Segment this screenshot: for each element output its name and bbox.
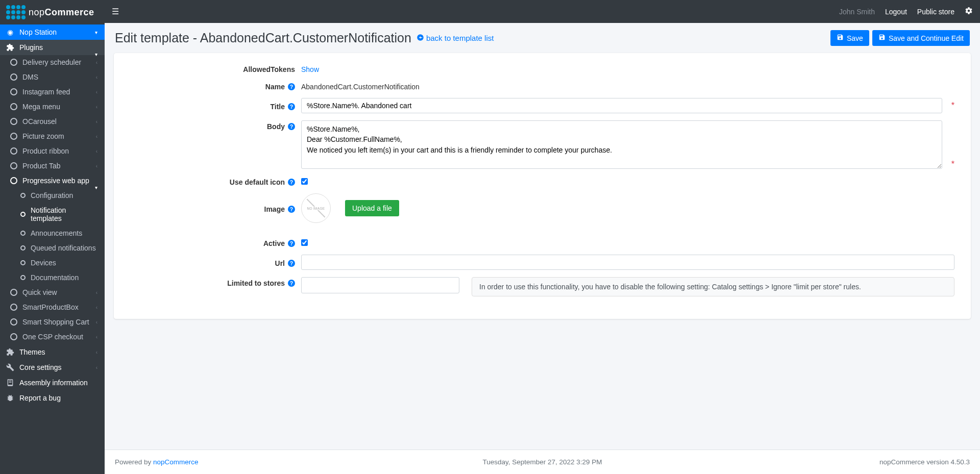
- circle-icon: [10, 73, 17, 81]
- sidebar-item-label: Instagram feed: [22, 88, 70, 96]
- sidebar-item-label: Mega menu: [22, 103, 60, 111]
- active-checkbox[interactable]: [301, 239, 308, 246]
- wrench-icon: [6, 363, 14, 371]
- circle-icon: [10, 88, 17, 95]
- sidebar-item-label: One CSP checkout: [22, 333, 83, 341]
- help-icon[interactable]: ?: [288, 179, 295, 186]
- chevron-left-icon: ‹: [96, 119, 97, 124]
- help-icon[interactable]: ?: [288, 280, 295, 287]
- back-link[interactable]: back to template list: [416, 34, 494, 43]
- sidebar-item-label: Assembly information: [19, 379, 88, 387]
- no-image-placeholder: NO IMAGE: [301, 193, 331, 223]
- circle-icon: [10, 177, 17, 184]
- circle-icon: [20, 193, 26, 198]
- chevron-left-icon: ‹: [96, 74, 97, 80]
- page-title: Edit template - AbandonedCart.CustomerNo…: [115, 31, 411, 45]
- sidebar-item[interactable]: One CSP checkout‹: [0, 330, 105, 344]
- sidebar-item[interactable]: Mega menu‹: [0, 99, 105, 114]
- sidebar-item-label: Notification templates: [31, 206, 99, 222]
- sidebar-child-item[interactable]: Devices: [0, 256, 105, 270]
- sidebar-item-assembly-info[interactable]: Assembly information: [0, 375, 105, 390]
- chevron-down-icon: ▾: [95, 30, 97, 35]
- circle-icon: [10, 147, 17, 155]
- footer-version: nopCommerce version 4.50.3: [879, 458, 970, 466]
- sidebar-item-themes[interactable]: Themes ‹: [0, 344, 105, 360]
- sidebar-item-plugins[interactable]: Plugins ▾: [0, 40, 105, 55]
- title-input[interactable]: [301, 98, 942, 113]
- circle-icon: [20, 245, 26, 251]
- sidebar-item-label: Nop Station: [19, 28, 57, 36]
- logo-icon: [6, 5, 26, 19]
- sidebar-item-label: Configuration: [31, 191, 73, 199]
- sidebar-item[interactable]: SmartProductBox‹: [0, 300, 105, 315]
- circle-icon: [10, 59, 17, 66]
- chevron-left-icon: ‹: [96, 134, 97, 139]
- sidebar-item[interactable]: Picture zoom‹: [0, 129, 105, 144]
- footer-timestamp: Tuesday, September 27, 2022 3:29 PM: [482, 458, 602, 466]
- required-star: *: [951, 101, 954, 110]
- upload-file-button[interactable]: Upload a file: [345, 200, 399, 216]
- sidebar-item-label: Plugins: [19, 43, 43, 52]
- nopcommerce-link[interactable]: nopCommerce: [153, 458, 199, 466]
- name-label: Name: [265, 83, 285, 91]
- help-icon[interactable]: ?: [288, 83, 295, 90]
- sidebar-child-item[interactable]: Announcements: [0, 226, 105, 241]
- limited-stores-select[interactable]: [301, 277, 459, 293]
- bug-icon: [6, 394, 14, 402]
- url-input[interactable]: [301, 255, 954, 270]
- sidebar-item-pwa[interactable]: Progressive web app ▾: [0, 173, 105, 188]
- body-textarea[interactable]: [301, 120, 942, 169]
- help-icon[interactable]: ?: [288, 103, 295, 110]
- sidebar-item-report-bug[interactable]: Report a bug: [0, 390, 105, 406]
- chevron-left-icon: ‹: [96, 148, 97, 154]
- sidebar-child-item[interactable]: Queued notifications: [0, 241, 105, 256]
- limited-label: Limited to stores: [227, 279, 285, 287]
- logout-link[interactable]: Logout: [885, 8, 907, 16]
- help-icon[interactable]: ?: [288, 260, 295, 267]
- sidebar-toggle-button[interactable]: ☰: [112, 7, 119, 16]
- sidebar-item-label: DMS: [22, 73, 38, 81]
- powered-by: Powered by nopCommerce: [115, 458, 199, 466]
- sidebar-item[interactable]: Smart Shopping Cart‹: [0, 315, 105, 330]
- arrow-left-circle-icon: [416, 34, 424, 43]
- sidebar: nopCommerce ◉ Nop Station ▾ Plugins ▾ De…: [0, 0, 105, 474]
- logo[interactable]: nopCommerce: [0, 0, 105, 24]
- use-default-icon-checkbox[interactable]: [301, 178, 308, 185]
- sidebar-item[interactable]: Product Tab‹: [0, 159, 105, 173]
- sidebar-item[interactable]: Delivery scheduler‹: [0, 55, 105, 70]
- sidebar-item-label: Announcements: [31, 229, 82, 237]
- public-store-link[interactable]: Public store: [917, 8, 954, 16]
- help-icon[interactable]: ?: [288, 123, 295, 130]
- sidebar-item-label: OCarousel: [22, 117, 57, 126]
- save-button[interactable]: Save: [830, 30, 869, 46]
- circle-icon: [20, 231, 26, 236]
- help-icon[interactable]: ?: [288, 206, 295, 213]
- circle-icon: [20, 260, 26, 265]
- puzzle-icon: [6, 43, 14, 52]
- sidebar-item-label: Quick view: [22, 288, 57, 296]
- chevron-left-icon: ‹: [96, 89, 97, 95]
- main: ☰ John Smith Logout Public store Edit te…: [105, 0, 980, 474]
- sidebar-item-core-settings[interactable]: Core settings ‹: [0, 360, 105, 375]
- image-label: Image: [264, 205, 285, 213]
- settings-button[interactable]: [965, 7, 973, 16]
- sidebar-child-item[interactable]: Configuration: [0, 188, 105, 203]
- sidebar-item[interactable]: Quick view‹: [0, 285, 105, 300]
- sidebar-child-item[interactable]: Notification templates: [0, 203, 105, 226]
- sidebar-item-label: Product ribbon: [22, 147, 69, 155]
- sidebar-child-item[interactable]: Documentation: [0, 270, 105, 285]
- sidebar-item-label: Progressive web app: [22, 177, 89, 185]
- save-continue-button[interactable]: Save and Continue Edit: [872, 30, 970, 46]
- circle-icon: [10, 133, 17, 140]
- sidebar-item[interactable]: Instagram feed‹: [0, 85, 105, 99]
- sidebar-item-label: Devices: [31, 259, 56, 267]
- sidebar-item-nop-station[interactable]: ◉ Nop Station ▾: [0, 24, 105, 40]
- sidebar-item[interactable]: OCarousel‹: [0, 114, 105, 129]
- help-icon[interactable]: ?: [288, 240, 295, 247]
- circle-dot-icon: ◉: [6, 28, 14, 36]
- sidebar-item[interactable]: Product ribbon‹: [0, 144, 105, 159]
- show-tokens-link[interactable]: Show: [301, 63, 319, 73]
- sidebar-item[interactable]: DMS‹: [0, 70, 105, 85]
- chevron-left-icon: ‹: [96, 319, 97, 325]
- sidebar-item-label: Picture zoom: [22, 132, 64, 140]
